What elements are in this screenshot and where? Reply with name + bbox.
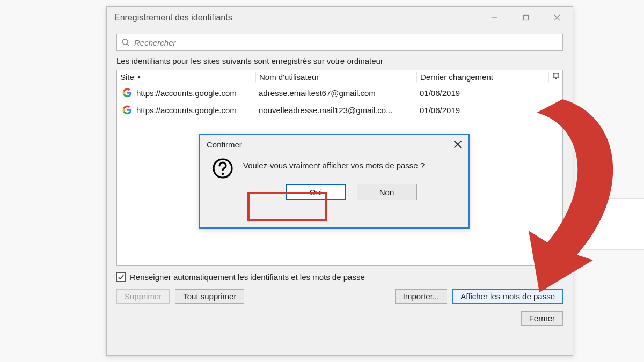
titlebar: Enregistrement des identifiants [107,7,573,28]
autofill-label: Renseigner automatiquement les identifia… [130,272,365,282]
no-button[interactable]: Non [357,184,417,200]
table-row[interactable]: https://accounts.google.com nouvelleadre… [117,101,562,119]
header-site[interactable]: Site [117,72,255,82]
svg-point-12 [222,173,224,175]
svg-rect-1 [524,16,529,20]
show-passwords-button[interactable]: Afficher les mots de passe [452,289,563,304]
svg-point-4 [122,39,128,45]
action-buttons: Supprimer Tout supprimer Importer... Aff… [116,289,563,304]
footer-buttons: Fermer [116,311,563,326]
yes-button[interactable]: Oui [286,184,346,200]
import-button[interactable]: Importer... [395,289,448,304]
maximize-button[interactable] [510,7,541,28]
autofill-checkbox[interactable] [116,272,126,282]
minimize-button[interactable] [479,7,510,28]
dialog-body: Voulez-vous vraiment afficher vos mots d… [200,152,468,200]
window-title: Enregistrement des identifiants [114,13,232,23]
svg-rect-6 [553,73,559,78]
close-dialog-button[interactable]: Fermer [521,311,563,326]
close-icon [553,14,561,21]
autofill-checkbox-row[interactable]: Renseigner automatiquement les identifia… [116,272,563,282]
delete-all-button[interactable]: Tout supprimer [175,289,244,304]
sort-asc-icon [136,75,142,80]
question-icon [212,158,233,179]
header-user[interactable]: Nom d'utilisateur [255,72,416,82]
dialog-buttons: Oui Non [243,184,459,200]
search-box[interactable] [116,34,563,51]
header-date[interactable]: Dernier changement [416,72,548,82]
dialog-message: Voulez-vous vraiment afficher vos mots d… [243,158,459,170]
search-icon [121,38,130,47]
dialog-titlebar: Confirmer [200,135,468,152]
header-column-picker[interactable] [548,72,562,82]
maximize-icon [522,14,530,21]
google-favicon [122,88,132,98]
description-text: Les identifiants pour les sites suivants… [116,56,563,65]
google-favicon [122,105,132,115]
table-header: Site Nom d'utilisateur Dernier changemen… [117,70,562,84]
delete-button[interactable]: Supprimer [116,289,170,304]
dialog-title: Confirmer [207,140,242,149]
search-input[interactable] [133,38,558,48]
close-button[interactable] [541,7,573,28]
check-icon [118,274,125,280]
svg-line-5 [127,44,129,46]
dialog-close-button[interactable] [453,139,463,149]
column-picker-icon [552,72,560,80]
table-row[interactable]: https://accounts.google.com adresse.emai… [117,84,562,101]
confirm-dialog: Confirmer Voulez-vous vraiment afficher … [199,134,470,229]
minimize-icon [491,14,499,21]
